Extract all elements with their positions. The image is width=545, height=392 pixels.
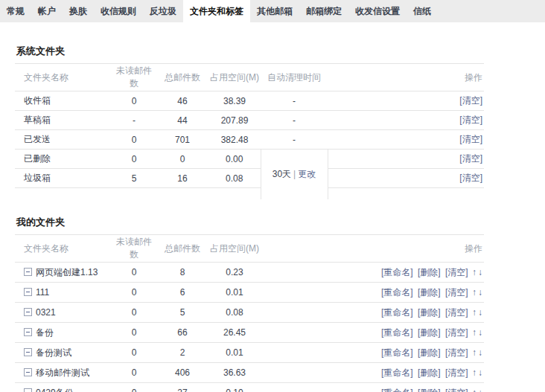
total-count: 5 <box>156 303 208 323</box>
folder-name: 已删除 <box>15 150 112 169</box>
delete-folder-link[interactable]: [删除] <box>418 287 441 298</box>
settings-tabbar: 常规 帐户 换肤 收信规则 反垃圾 文件夹和标签 其他邮箱 邮箱绑定 收发信设置… <box>0 0 545 22</box>
rename-folder-link[interactable]: [重命名] <box>381 347 413 358</box>
clear-folder-link[interactable]: [清空] <box>459 95 482 106</box>
move-down-icon[interactable]: ↓ <box>478 347 482 358</box>
collapse-icon[interactable] <box>24 268 32 276</box>
tab-mailbox-bind[interactable]: 邮箱绑定 <box>299 0 348 22</box>
tab-general[interactable]: 常规 <box>0 0 31 22</box>
unread-count: 0 <box>112 130 156 150</box>
col-header-folder-name: 文件夹名称 <box>15 235 112 263</box>
move-down-icon[interactable]: ↓ <box>478 307 482 318</box>
unread-count: - <box>112 111 156 130</box>
total-count: 406 <box>156 363 208 383</box>
rename-folder-link[interactable]: [重命名] <box>381 267 413 277</box>
folder-name: 0321 <box>36 307 56 318</box>
collapse-icon[interactable] <box>24 368 32 376</box>
clear-folder-link[interactable]: [清空] <box>459 134 482 144</box>
col-header-ops: 操作 <box>328 64 484 91</box>
table-stub-row <box>15 188 484 200</box>
clear-folder-link[interactable]: [清空] <box>445 388 468 392</box>
clear-folder-link[interactable]: [清空] <box>459 173 482 183</box>
clear-folder-link[interactable]: [清空] <box>445 307 468 318</box>
collapse-icon[interactable] <box>24 348 32 356</box>
delete-folder-link[interactable]: [删除] <box>418 267 441 277</box>
tab-folders-labels[interactable]: 文件夹和标签 <box>183 0 250 22</box>
move-down-icon[interactable]: ↓ <box>478 267 482 277</box>
unread-count: 0 <box>112 303 156 323</box>
folder-name: 0429备份 <box>36 388 74 392</box>
tab-account[interactable]: 帐户 <box>31 0 63 22</box>
rename-folder-link[interactable]: [重命名] <box>381 327 413 338</box>
space-used: 0.01 <box>208 343 261 363</box>
move-down-icon[interactable]: ↓ <box>478 327 482 338</box>
my-folders-title: 我的文件夹 <box>16 216 545 229</box>
tab-antispam[interactable]: 反垃圾 <box>143 0 183 22</box>
move-up-icon[interactable]: ↑ <box>472 347 477 358</box>
unread-count: 0 <box>112 150 156 169</box>
clear-folder-link[interactable]: [清空] <box>445 347 468 358</box>
move-up-icon[interactable]: ↑ <box>472 267 477 277</box>
clear-folder-link[interactable]: [清空] <box>445 327 468 338</box>
space-used: 38.39 <box>208 91 261 111</box>
move-up-icon[interactable]: ↑ <box>472 327 477 338</box>
delete-folder-link[interactable]: [删除] <box>418 367 441 378</box>
move-down-icon[interactable]: ↓ <box>478 367 482 378</box>
table-row: 0321 0 5 0.08 [重命名] [删除] [清空] ↑↓ <box>15 303 484 323</box>
collapse-icon[interactable] <box>24 288 32 296</box>
tab-skin[interactable]: 换肤 <box>63 0 94 22</box>
col-header-unread: 未读邮件数 <box>112 235 156 263</box>
clear-folder-link[interactable]: [清空] <box>445 267 468 277</box>
rename-folder-link[interactable]: [重命名] <box>381 307 413 318</box>
space-used: 0.08 <box>208 303 261 323</box>
clear-folder-link[interactable]: [清空] <box>459 115 482 125</box>
col-header-unread: 未读邮件数 <box>112 64 156 91</box>
tab-send-receive[interactable]: 收发信设置 <box>348 0 407 22</box>
total-count: 6 <box>156 283 208 303</box>
clear-folder-link[interactable]: [清空] <box>445 287 468 298</box>
move-down-icon[interactable]: ↓ <box>478 287 482 298</box>
unread-count: 0 <box>112 283 156 303</box>
tab-stationery[interactable]: 信纸 <box>407 0 438 22</box>
move-up-icon[interactable]: ↑ <box>472 388 477 392</box>
collapse-icon[interactable] <box>24 308 32 316</box>
autoclean-value: - <box>261 111 328 130</box>
rename-folder-link[interactable]: [重命名] <box>381 367 413 378</box>
autoclean-change-link[interactable]: 更改 <box>298 169 316 179</box>
delete-folder-link[interactable]: [删除] <box>418 307 441 318</box>
delete-folder-link[interactable]: [删除] <box>418 327 441 338</box>
folder-name: 已发送 <box>15 130 112 150</box>
move-down-icon[interactable]: ↓ <box>478 388 482 392</box>
tab-mail-rules[interactable]: 收信规则 <box>94 0 143 22</box>
folder-name: 111 <box>36 287 49 298</box>
col-header-ops: 操作 <box>261 235 484 263</box>
settings-content: 系统文件夹 文件夹名称 未读邮件数 总邮件数 占用空间(M) 自动清理时间 操作… <box>0 45 545 392</box>
collapse-icon[interactable] <box>24 388 32 392</box>
col-header-total: 总邮件数 <box>156 64 208 91</box>
tab-other-mailbox[interactable]: 其他邮箱 <box>250 0 299 22</box>
folder-name: 移动邮件测试 <box>36 367 89 378</box>
delete-folder-link[interactable]: [删除] <box>418 347 441 358</box>
rename-folder-link[interactable]: [重命名] <box>381 388 413 392</box>
col-header-space: 占用空间(M) <box>208 64 261 91</box>
move-up-icon[interactable]: ↑ <box>472 287 477 298</box>
table-row-drafts: 草稿箱 - 44 207.89 - [清空] <box>15 111 484 130</box>
col-header-folder-name: 文件夹名称 <box>15 64 112 91</box>
clear-folder-link[interactable]: [清空] <box>459 153 482 164</box>
space-used: 26.45 <box>208 323 261 343</box>
autoclean-separator: | <box>293 169 296 179</box>
total-count: 0 <box>156 150 208 169</box>
total-count: 16 <box>156 169 208 188</box>
my-folders-table: 文件夹名称 未读邮件数 总邮件数 占用空间(M) 操作 网页端创建1.13 0 … <box>15 234 484 392</box>
unread-count: 0 <box>112 323 156 343</box>
folder-name: 备份 <box>36 327 54 338</box>
space-used: 36.63 <box>208 363 261 383</box>
move-up-icon[interactable]: ↑ <box>472 307 477 318</box>
move-up-icon[interactable]: ↑ <box>472 367 477 378</box>
collapse-icon[interactable] <box>24 328 32 336</box>
delete-folder-link[interactable]: [删除] <box>418 388 441 392</box>
rename-folder-link[interactable]: [重命名] <box>381 287 413 298</box>
table-row: 111 0 6 0.01 [重命名] [删除] [清空] ↑↓ <box>15 283 484 303</box>
folder-name: 网页端创建1.13 <box>36 267 98 277</box>
clear-folder-link[interactable]: [清空] <box>445 367 468 378</box>
